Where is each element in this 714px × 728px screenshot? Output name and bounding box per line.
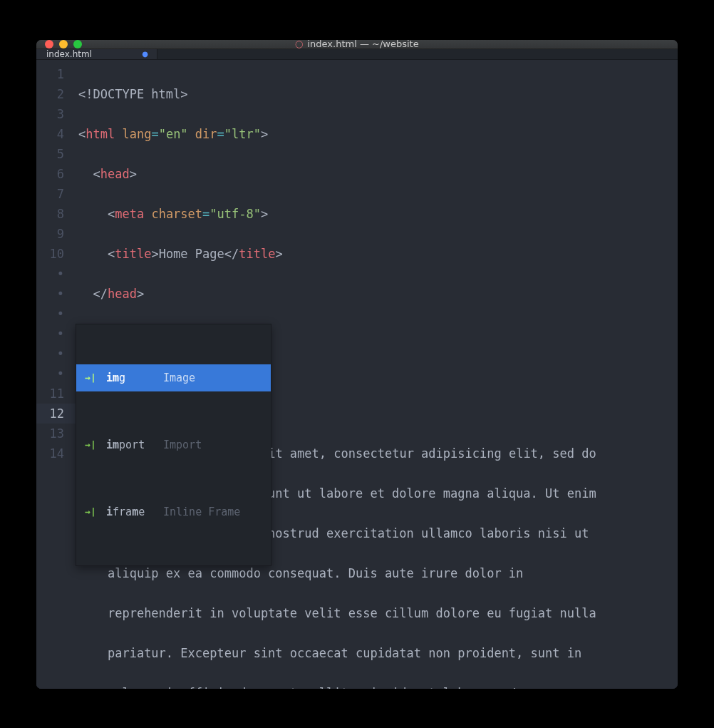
tabbar: index.html ● xyxy=(36,49,678,60)
code-line[interactable]: reprehenderit in voluptate velit esse ci… xyxy=(78,603,678,623)
code-line[interactable]: <html lang="en" dir="ltr"> xyxy=(78,124,678,144)
line-number: 7 xyxy=(36,184,76,204)
autocomplete-label: import xyxy=(106,435,155,455)
code-line[interactable]: <head> xyxy=(78,164,678,184)
line-number: 6 xyxy=(36,164,76,184)
code-line[interactable]: culpa qui officia deserunt mollit anim i… xyxy=(78,683,678,689)
snippet-icon: →| xyxy=(83,502,98,522)
autocomplete-label: img xyxy=(106,368,155,388)
window-title-text: index.html — ~/website xyxy=(307,40,418,50)
line-number-gutter: 1 2 3 4 5 6 7 8 9 10 11 12 13 14 xyxy=(36,60,76,689)
soft-wrap-indicator xyxy=(36,344,76,364)
window-title: ◯ index.html — ~/website xyxy=(36,40,678,50)
code-line[interactable]: pariatur. Excepteur sint occaecat cupida… xyxy=(78,643,678,663)
line-number: 2 xyxy=(36,84,76,104)
code-line[interactable]: aliquip ex ea commodo consequat. Duis au… xyxy=(78,563,678,583)
line-number: 4 xyxy=(36,124,76,144)
snippet-icon: →| xyxy=(83,368,98,388)
soft-wrap-indicator xyxy=(36,284,76,304)
html-file-icon: ◯ xyxy=(295,40,303,48)
soft-wrap-indicator xyxy=(36,364,76,384)
line-number: 3 xyxy=(36,104,76,124)
tab-index-html[interactable]: index.html ● xyxy=(36,49,157,59)
autocomplete-item-import[interactable]: →| import Import xyxy=(76,431,271,458)
snippet-icon: →| xyxy=(83,435,98,455)
soft-wrap-indicator xyxy=(36,304,76,324)
editor-area[interactable]: 1 2 3 4 5 6 7 8 9 10 11 12 13 14 <!DOCTY… xyxy=(36,60,678,689)
autocomplete-label: iframe xyxy=(106,502,155,522)
line-number: 5 xyxy=(36,144,76,164)
code-line[interactable]: <!DOCTYPE html> xyxy=(78,84,678,104)
code-content[interactable]: <!DOCTYPE html> <html lang="en" dir="ltr… xyxy=(76,60,678,689)
dirty-indicator-icon: ● xyxy=(142,50,148,58)
tab-label: index.html xyxy=(46,49,92,59)
code-line[interactable]: </head> xyxy=(78,284,678,304)
line-number: 1 xyxy=(36,64,76,84)
autocomplete-item-img[interactable]: →| img Image xyxy=(76,364,271,391)
line-number: 8 xyxy=(36,204,76,224)
line-number: 12 xyxy=(36,404,76,424)
code-line[interactable]: <title>Home Page</title> xyxy=(78,244,678,264)
line-number: 13 xyxy=(36,424,76,444)
line-number: 11 xyxy=(36,384,76,404)
soft-wrap-indicator xyxy=(36,264,76,284)
line-number: 10 xyxy=(36,244,76,264)
titlebar: ◯ index.html — ~/website xyxy=(36,40,678,49)
soft-wrap-indicator xyxy=(36,324,76,344)
line-number: 9 xyxy=(36,224,76,244)
autocomplete-description: Import xyxy=(163,435,202,455)
code-line[interactable]: <meta charset="utf-8"> xyxy=(78,204,678,224)
autocomplete-description: Inline Frame xyxy=(163,502,240,522)
autocomplete-description: Image xyxy=(163,368,195,388)
autocomplete-item-iframe[interactable]: →| iframe Inline Frame xyxy=(76,498,271,526)
editor-window: ◯ index.html — ~/website index.html ● 1 … xyxy=(36,40,678,689)
line-number: 14 xyxy=(36,444,76,463)
autocomplete-popup: →| img Image →| import Import →| iframe … xyxy=(76,324,271,566)
